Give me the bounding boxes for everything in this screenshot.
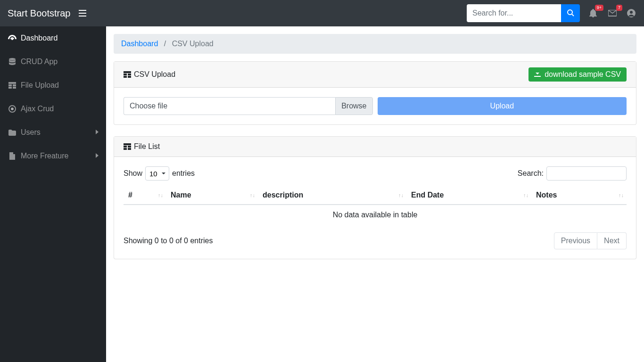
sidebar: Dashboard CRUD App File Upload Ajax Crud… (0, 26, 106, 362)
chevron-right-icon (96, 129, 99, 136)
navbar: Start Bootstrap 9+ 7 (0, 0, 644, 26)
column-header-index[interactable]: #↑↓ (124, 186, 166, 205)
breadcrumb-link-dashboard[interactable]: Dashboard (121, 40, 158, 48)
search-input[interactable] (467, 4, 561, 22)
sort-icon: ↑↓ (619, 194, 624, 197)
csv-upload-card: CSV Upload download sample CSV Choose fi… (114, 61, 636, 125)
notifications-badge: 9+ (595, 5, 603, 11)
navbar-search (467, 4, 580, 22)
sidebar-item-more-feature[interactable]: More Freature (0, 144, 106, 168)
sidebar-item-label: Dashboard (21, 34, 58, 42)
hamburger-icon[interactable] (78, 8, 87, 18)
pagination: Previous Next (554, 232, 627, 249)
sidebar-item-label: More Freature (21, 152, 68, 160)
prev-button[interactable]: Previous (554, 232, 597, 249)
sidebar-item-label: File Upload (21, 81, 59, 90)
entries-selector-group: Show 10 entries (124, 166, 195, 181)
file-list-card: File List Show 10 entries S (114, 136, 636, 259)
table-icon (8, 82, 17, 89)
column-header-description[interactable]: description↑↓ (258, 186, 406, 205)
download-sample-label: download sample CSV (545, 70, 621, 79)
envelope-icon[interactable]: 7 (608, 8, 618, 18)
sidebar-item-ajax-crud[interactable]: Ajax Crud (0, 97, 106, 121)
column-header-name[interactable]: Name↑↓ (166, 186, 258, 205)
search-button[interactable] (561, 4, 580, 22)
csv-upload-header: CSV Upload download sample CSV (114, 62, 636, 88)
sidebar-item-label: Ajax Crud (21, 105, 54, 113)
svg-point-2 (630, 11, 633, 14)
navbar-brand[interactable]: Start Bootstrap (8, 8, 70, 19)
entries-label: entries (172, 169, 195, 178)
column-header-notes[interactable]: Notes↑↓ (531, 186, 627, 205)
sidebar-item-users[interactable]: Users (0, 121, 106, 144)
table-row-empty: No data available in table (124, 205, 627, 225)
bell-icon[interactable]: 9+ (589, 8, 599, 18)
sort-icon: ↑↓ (398, 194, 404, 197)
file-input-group: Choose file Browse (124, 97, 373, 115)
breadcrumb-current: CSV Upload (172, 40, 214, 48)
target-icon (8, 105, 17, 113)
download-sample-button[interactable]: download sample CSV (528, 67, 627, 82)
file-icon (8, 152, 17, 160)
show-label: Show (124, 169, 142, 178)
csv-upload-title: CSV Upload (134, 70, 175, 79)
empty-message: No data available in table (124, 205, 627, 225)
table-search-group: Search: (518, 166, 627, 181)
search-icon (567, 9, 574, 18)
file-input[interactable]: Choose file (124, 97, 335, 115)
sidebar-item-crud-app[interactable]: CRUD App (0, 50, 106, 74)
sidebar-item-label: Users (21, 128, 41, 137)
svg-point-4 (9, 58, 16, 60)
column-header-end-date[interactable]: End Date↑↓ (406, 186, 531, 205)
svg-point-3 (11, 38, 13, 40)
table-icon (124, 143, 131, 150)
upload-button[interactable]: Upload (378, 97, 627, 115)
table-info: Showing 0 to 0 of 0 entries (124, 237, 213, 245)
download-icon (534, 70, 541, 79)
svg-point-0 (568, 10, 572, 15)
search-label: Search: (518, 169, 544, 178)
database-icon (8, 58, 17, 66)
folder-icon (8, 130, 17, 136)
file-list-title: File List (134, 142, 160, 151)
entries-select[interactable]: 10 (145, 166, 169, 181)
sort-icon: ↑↓ (158, 194, 163, 197)
main-content: Dashboard / CSV Upload CSV Upload downlo… (106, 26, 644, 362)
breadcrumb-separator: / (164, 40, 166, 48)
dashboard-icon (8, 35, 17, 41)
messages-badge: 7 (616, 5, 622, 11)
sort-icon: ↑↓ (523, 194, 528, 197)
file-list-table: #↑↓ Name↑↓ description↑↓ End Date↑↓ Note… (124, 186, 627, 225)
chevron-right-icon (96, 153, 99, 159)
breadcrumb: Dashboard / CSV Upload (114, 34, 636, 54)
sidebar-item-file-upload[interactable]: File Upload (0, 74, 106, 97)
table-icon (124, 71, 131, 78)
browse-button[interactable]: Browse (335, 97, 372, 115)
sort-icon: ↑↓ (250, 194, 255, 197)
table-search-input[interactable] (546, 166, 627, 181)
file-list-header: File List (114, 137, 636, 157)
sidebar-item-dashboard[interactable]: Dashboard (0, 26, 106, 50)
file-input-placeholder: Choose file (130, 102, 167, 110)
user-icon[interactable] (627, 8, 636, 18)
next-button[interactable]: Next (597, 232, 627, 249)
sidebar-item-label: CRUD App (21, 58, 58, 66)
svg-point-6 (11, 108, 13, 110)
